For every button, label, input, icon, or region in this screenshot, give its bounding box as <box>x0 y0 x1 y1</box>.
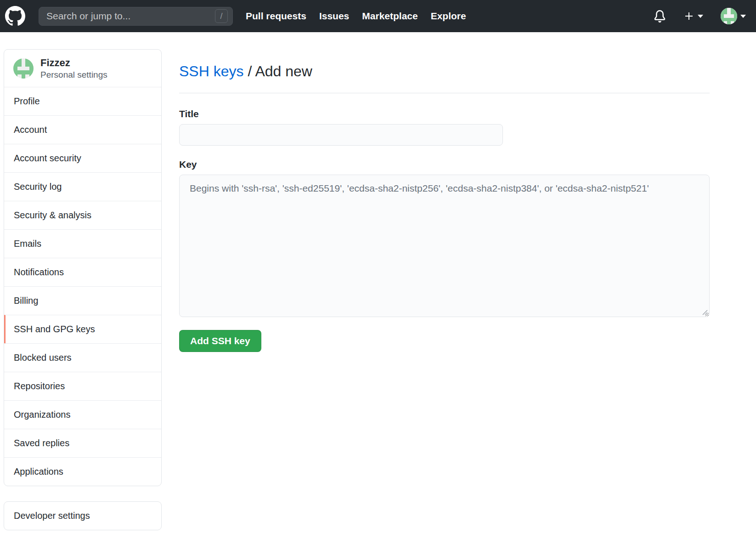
divider <box>179 93 710 93</box>
sidebar-item-account-security[interactable]: Account security <box>4 144 161 172</box>
page-body: Fizzez Personal settings Profile Account… <box>0 32 756 530</box>
top-nav: / Pull requests Issues Marketplace Explo… <box>0 0 756 32</box>
add-ssh-key-button[interactable]: Add SSH key <box>179 330 261 352</box>
nav-marketplace[interactable]: Marketplace <box>362 11 417 22</box>
github-logo-icon[interactable] <box>5 6 26 27</box>
key-label: Key <box>179 159 710 170</box>
slash-key-hint: / <box>215 9 228 23</box>
sidebar-item-applications[interactable]: Applications <box>4 457 161 486</box>
settings-context: Personal settings <box>40 69 107 80</box>
global-search[interactable]: / <box>39 7 233 26</box>
nav-explore[interactable]: Explore <box>431 11 466 22</box>
developer-settings-box: Developer settings <box>4 501 162 530</box>
user-menu[interactable] <box>721 8 746 24</box>
sidebar-item-notifications[interactable]: Notifications <box>4 258 161 286</box>
user-card-text: Fizzez Personal settings <box>40 57 107 80</box>
title-input[interactable] <box>179 124 503 146</box>
title-field-group: Title <box>179 108 710 146</box>
page-title: SSH keys / Add new <box>179 62 710 81</box>
plus-icon <box>683 11 694 22</box>
nav-right-group <box>654 8 746 24</box>
sidebar-item-account[interactable]: Account <box>4 115 161 144</box>
notifications-bell-icon[interactable] <box>654 10 666 23</box>
search-input[interactable] <box>45 10 215 22</box>
settings-sidebar: Fizzez Personal settings Profile Account… <box>4 49 162 530</box>
key-field-group: Key <box>179 159 710 317</box>
sidebar-item-profile[interactable]: Profile <box>4 87 161 115</box>
avatar <box>721 8 737 24</box>
user-card: Fizzez Personal settings <box>4 50 161 87</box>
sidebar-item-security-log[interactable]: Security log <box>4 172 161 201</box>
create-new-menu[interactable] <box>683 11 703 22</box>
sidebar-item-repositories[interactable]: Repositories <box>4 372 161 400</box>
key-textarea[interactable] <box>179 175 710 317</box>
primary-nav: Pull requests Issues Marketplace Explore <box>246 11 466 22</box>
sidebar-item-blocked-users[interactable]: Blocked users <box>4 343 161 372</box>
sidebar-item-emails[interactable]: Emails <box>4 229 161 258</box>
sidebar-item-security-analysis[interactable]: Security & analysis <box>4 201 161 229</box>
main-content: SSH keys / Add new Title Key Add SSH key <box>179 49 710 352</box>
sidebar-item-saved-replies[interactable]: Saved replies <box>4 429 161 457</box>
avatar <box>13 58 34 79</box>
nav-issues[interactable]: Issues <box>319 11 349 22</box>
chevron-down-icon <box>740 15 746 18</box>
username: Fizzez <box>40 57 107 69</box>
page-title-current: / Add new <box>248 63 312 79</box>
settings-menu: Fizzez Personal settings Profile Account… <box>4 49 162 486</box>
sidebar-item-billing[interactable]: Billing <box>4 286 161 315</box>
sidebar-item-organizations[interactable]: Organizations <box>4 400 161 429</box>
sidebar-item-ssh-gpg-keys[interactable]: SSH and GPG keys <box>4 315 161 343</box>
chevron-down-icon <box>698 15 703 18</box>
nav-pull-requests[interactable]: Pull requests <box>246 11 306 22</box>
ssh-keys-breadcrumb-link[interactable]: SSH keys <box>179 63 243 79</box>
sidebar-item-developer-settings[interactable]: Developer settings <box>4 502 161 530</box>
title-label: Title <box>179 108 710 119</box>
